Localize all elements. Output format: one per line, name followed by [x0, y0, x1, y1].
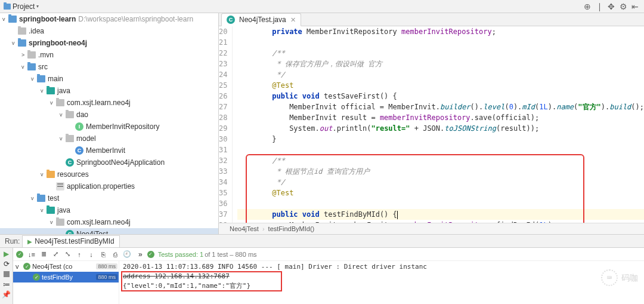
blue-icon	[37, 75, 45, 82]
stop-icon[interactable]	[2, 269, 11, 279]
code-line[interactable]: public void testSaveFirst() {	[237, 91, 644, 102]
tree-item[interactable]: IMemberInvitRepository	[0, 121, 218, 133]
tree-arrow-icon[interactable]: v	[41, 171, 47, 177]
tree-arrow-icon[interactable]: v	[12, 40, 18, 46]
gutter[interactable]: 20212223242526▶2728293031323334353637▶38…	[219, 26, 233, 223]
tree-arrow-icon[interactable]: v	[41, 88, 47, 94]
close-icon[interactable]: ✕	[290, 16, 296, 24]
project-panel-label[interactable]: Project ▾	[0, 2, 42, 11]
tree-arrow-icon[interactable]: v	[50, 219, 56, 225]
tree-item[interactable]: CMemberInvit	[0, 145, 218, 156]
tree-item[interactable]: CSpringbootNeo4jApplication	[0, 156, 218, 168]
tree-item-label: com.xsjt.learn.neo4j	[67, 218, 131, 226]
history-icon[interactable]: 🕘	[122, 249, 132, 260]
code-line[interactable]: MemberInvit official = MemberInvit.build…	[237, 102, 644, 112]
prev-icon[interactable]: ↑	[74, 249, 85, 260]
console-line: 2020-01-13 11:07:13.689 INFO 14560 --- […	[123, 262, 640, 272]
tree-item[interactable]: vspringboot-neo4j	[0, 37, 218, 49]
tree-arrow-icon[interactable]: >	[21, 52, 27, 58]
next-icon[interactable]: ↓	[86, 249, 97, 260]
test-tree-item[interactable]: v✓Neo4jTest (co880 ms	[13, 261, 119, 272]
duration-badge: 880 ms	[96, 263, 117, 269]
grey-icon	[66, 111, 74, 118]
code-area[interactable]: private MemberInvitRepository memberInvi…	[233, 26, 644, 223]
watermark-text: 码咖	[621, 273, 638, 282]
tree-arrow-icon[interactable]: v	[31, 76, 37, 82]
code-line[interactable]: private MemberInvitRepository memberInvi…	[237, 26, 644, 37]
code-line[interactable]: System.out.println("result=" + JSON.toJS…	[237, 123, 644, 134]
module-icon	[8, 16, 17, 23]
code-line[interactable]: * 保存官方用户，假设叫做 官方	[237, 59, 644, 69]
tree-item-label: main	[48, 75, 63, 83]
code-line[interactable]: }	[237, 134, 644, 145]
code-line[interactable]	[237, 37, 644, 48]
tree-item[interactable]: .idea	[0, 25, 218, 37]
tree-arrow-icon[interactable]: v	[60, 136, 66, 142]
tree-item[interactable]: vcom.xsjt.learn.neo4j	[0, 216, 218, 228]
gear-icon[interactable]: ⚙	[618, 1, 628, 12]
breadcrumb[interactable]: Neo4jTest › testFindByMId()	[219, 223, 644, 234]
export-icon[interactable]: ⎙	[110, 249, 120, 260]
pass-summary-icon: ✓	[147, 251, 154, 258]
grey-icon	[56, 219, 64, 226]
tree-item-label: MemberInvit	[86, 146, 125, 155]
tree-item[interactable]: application.properties	[0, 180, 218, 192]
expand-icon[interactable]: ⤢	[50, 249, 61, 260]
collapse-all-icon[interactable]: ⇤	[630, 1, 640, 12]
tree-item-label: Neo4jTest	[76, 230, 108, 234]
tree-arrow-icon[interactable]: v	[60, 112, 66, 118]
tree-arrow-icon[interactable]: v	[21, 64, 27, 70]
tests-passed: Tests passed: 1	[158, 251, 203, 258]
tree-item[interactable]: vmodel	[0, 133, 218, 145]
run-tab[interactable]: ▶ Neo4jTest.testFindByMId	[22, 235, 119, 247]
tree-item[interactable]: vtest	[0, 192, 218, 204]
tree-item[interactable]: vresources	[0, 168, 218, 180]
tree-item[interactable]: vjava	[0, 204, 218, 216]
tree-item-label: MemberInvitRepository	[86, 122, 159, 131]
sort-icon[interactable]: ↓≡	[26, 249, 37, 260]
run-controls: ▶ ⟳ ≔ 📌	[0, 248, 13, 304]
console[interactable]: ⌨ 码咖 2020-01-13 11:07:13.689 INFO 14560 …	[119, 261, 644, 304]
tree-arrow-icon[interactable]: v	[31, 195, 37, 201]
collapse-icon[interactable]: ⊕	[582, 1, 593, 12]
import-icon[interactable]: ⎘	[98, 249, 109, 260]
filter-icon[interactable]: ≣	[38, 249, 49, 260]
test-tree[interactable]: v✓Neo4jTest (co880 ms✓testFindBy880 ms	[13, 261, 119, 304]
editor-tab[interactable]: C Neo4jTest.java ✕	[221, 13, 301, 26]
tree-item[interactable]: vcom.xsjt.learn.neo4j	[0, 97, 218, 109]
test-tree-item[interactable]: ✓testFindBy880 ms	[13, 272, 119, 282]
tree-item-label: SpringbootNeo4jApplication	[76, 158, 165, 167]
dropdown-icon: ▾	[36, 4, 39, 9]
code-line[interactable]: MemberInvit result = memberInvitReposito…	[237, 112, 644, 123]
run-icon[interactable]: ▶	[2, 249, 11, 259]
run-label: Run:	[2, 237, 22, 245]
tree-item[interactable]: vdao	[0, 109, 218, 121]
pass-icon: ✓	[23, 263, 30, 270]
grey-icon	[66, 135, 74, 142]
target-icon[interactable]: ✥	[606, 1, 617, 12]
tree-item-label: java	[57, 206, 70, 214]
tree-item[interactable]: >.mvn	[0, 49, 218, 61]
run-tab-label: Neo4jTest.testFindByMId	[35, 237, 114, 245]
tree-item[interactable]: vsrc	[0, 61, 218, 73]
rerun-failed-icon[interactable]: ⟳	[2, 259, 11, 269]
tree-arrow-icon[interactable]: v	[50, 100, 56, 106]
code-line[interactable]: */	[237, 69, 644, 80]
layout-icon[interactable]: ≔	[2, 280, 11, 289]
project-tree[interactable]: v springboot-learn D:\workspace\learn\sp…	[0, 13, 219, 234]
project-label-text: Project	[13, 2, 35, 11]
code-line[interactable]: @Test	[237, 80, 644, 91]
breadcrumb-method: testFindByMId()	[268, 225, 315, 232]
pass-filter-icon[interactable]: ✓	[14, 249, 25, 260]
tree-root-path: D:\workspace\learn\springboot-learn	[78, 15, 193, 23]
pin-icon[interactable]: 📌	[2, 290, 11, 299]
tree-item[interactable]: vjava	[0, 85, 218, 97]
grey-icon	[27, 51, 36, 59]
tree-item[interactable]: vmain	[0, 73, 218, 85]
tree-root[interactable]: v springboot-learn D:\workspace\learn\sp…	[0, 13, 218, 25]
tree-item-label: resources	[57, 170, 89, 179]
tree-arrow-icon[interactable]: v	[41, 207, 47, 213]
tree-item[interactable]: CNeo4jTest	[0, 228, 218, 234]
collapse-icon[interactable]: ⤡	[62, 249, 73, 260]
code-line[interactable]: /**	[237, 48, 644, 59]
